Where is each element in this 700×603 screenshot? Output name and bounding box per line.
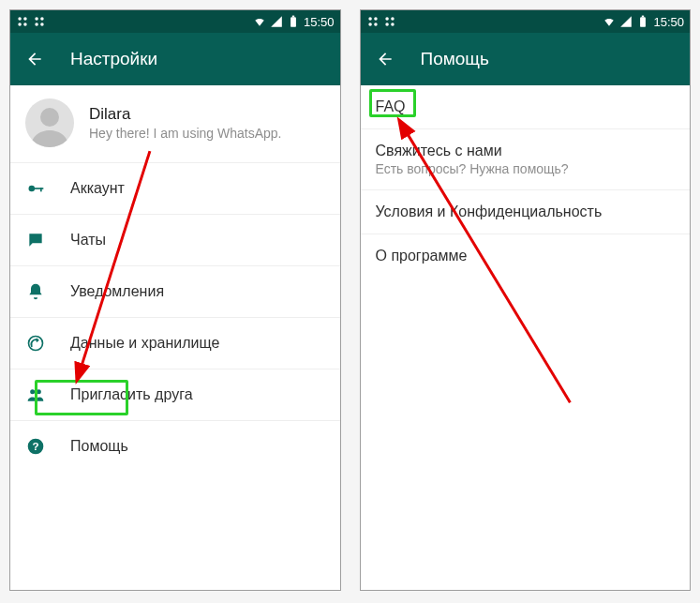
svg-point-21 — [374, 17, 378, 21]
help-menu: FAQ Свяжитесь с нами Есть вопросы? Нужна… — [361, 85, 691, 278]
menu-item-data[interactable]: Данные и хранилище — [10, 318, 340, 369]
menu-label: Уведомления — [70, 283, 164, 300]
svg-point-16 — [37, 389, 41, 394]
back-icon[interactable] — [25, 50, 44, 68]
help-item-contact[interactable]: Свяжитесь с нами Есть вопросы? Нужна пом… — [361, 129, 691, 190]
appbar: Настройки — [10, 33, 340, 85]
profile-status: Hey there! I am using WhatsApp. — [89, 126, 281, 141]
people-icon — [25, 384, 46, 405]
menu-label: Данные и хранилище — [70, 335, 219, 352]
svg-point-23 — [374, 23, 378, 26]
wifi-icon — [253, 15, 266, 28]
bell-icon — [25, 281, 46, 302]
svg-rect-9 — [292, 16, 294, 18]
menu-item-account[interactable]: Аккаунт — [10, 163, 340, 215]
svg-point-3 — [23, 23, 27, 26]
help-label: О программе — [376, 248, 676, 264]
svg-point-0 — [18, 17, 22, 21]
svg-rect-13 — [40, 188, 42, 191]
svg-rect-28 — [641, 17, 647, 26]
menu-label: Пригласить друга — [70, 386, 193, 403]
back-icon[interactable] — [376, 50, 395, 68]
help-item-about[interactable]: О программе — [361, 234, 691, 278]
appbar: Помощь — [361, 33, 691, 85]
menu-label: Аккаунт — [70, 180, 125, 197]
phone-settings: 15:50 Настройки Dilara Hey there! I am u… — [9, 9, 341, 591]
menu-item-invite[interactable]: Пригласить друга — [10, 369, 340, 421]
svg-point-2 — [18, 23, 22, 26]
menu-item-notifications[interactable]: Уведомления — [10, 266, 340, 318]
svg-point-22 — [368, 23, 372, 26]
settings-menu: Аккаунт Чаты Уведомления Данные и хранил… — [10, 163, 340, 472]
menu-label: Помощь — [70, 438, 128, 455]
svg-point-7 — [40, 23, 44, 26]
statusbar: 15:50 — [10, 10, 340, 33]
help-item-terms[interactable]: Условия и Конфиденциальность — [361, 190, 691, 234]
page-title: Настройки — [70, 49, 157, 69]
svg-point-15 — [30, 389, 35, 394]
wifi-icon — [603, 15, 616, 28]
svg-point-5 — [40, 17, 44, 21]
help-label: Свяжитесь с нами — [376, 143, 676, 159]
menu-item-chats[interactable]: Чаты — [10, 215, 340, 266]
svg-rect-8 — [290, 17, 296, 26]
help-sub: Есть вопросы? Нужна помощь? — [376, 161, 676, 176]
svg-point-11 — [29, 186, 36, 192]
svg-point-4 — [35, 17, 38, 21]
help-icon: ? — [25, 436, 46, 457]
svg-point-24 — [385, 17, 389, 21]
svg-point-27 — [391, 23, 395, 26]
svg-text:?: ? — [32, 440, 38, 452]
phone-help: 15:50 Помощь FAQ Свяжитесь с нами Есть в… — [360, 9, 692, 591]
svg-point-20 — [368, 17, 372, 21]
menu-label: Чаты — [70, 232, 106, 249]
profile-row[interactable]: Dilara Hey there! I am using WhatsApp. — [10, 85, 340, 163]
svg-point-25 — [391, 17, 395, 21]
svg-point-6 — [35, 23, 38, 26]
svg-point-26 — [385, 23, 389, 26]
avatar — [25, 98, 74, 147]
battery-icon — [636, 15, 649, 28]
chat-icon — [25, 230, 46, 250]
help-label: FAQ — [376, 98, 676, 115]
data-icon — [25, 333, 46, 354]
svg-rect-29 — [642, 16, 644, 18]
svg-rect-12 — [34, 188, 43, 189]
svg-point-10 — [40, 108, 59, 127]
svg-point-1 — [23, 17, 27, 21]
key-icon — [25, 178, 46, 199]
cell-icon — [270, 15, 283, 28]
menu-item-help[interactable]: ? Помощь — [10, 421, 340, 472]
page-title: Помощь — [421, 49, 489, 69]
status-time: 15:50 — [653, 15, 684, 29]
help-item-faq[interactable]: FAQ — [361, 85, 691, 129]
profile-name: Dilara — [89, 105, 281, 124]
cell-icon — [619, 15, 633, 28]
help-label: Условия и Конфиденциальность — [376, 204, 676, 220]
battery-icon — [287, 15, 300, 28]
statusbar: 15:50 — [361, 10, 691, 33]
status-time: 15:50 — [304, 15, 335, 29]
